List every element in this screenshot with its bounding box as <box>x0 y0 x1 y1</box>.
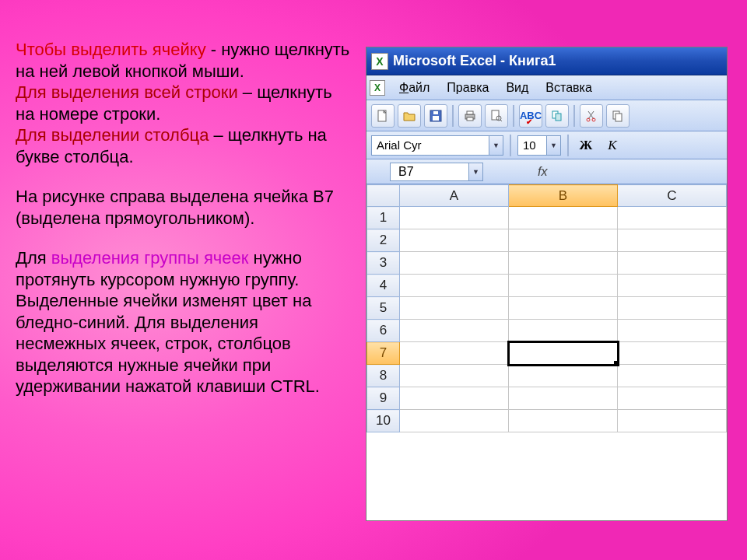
menu-insert[interactable]: Вставка <box>538 79 599 97</box>
svg-rect-2 <box>433 116 439 121</box>
cell[interactable] <box>618 410 727 432</box>
cell[interactable] <box>618 387 727 410</box>
size-select[interactable]: 10 ▼ <box>517 135 561 156</box>
cell[interactable] <box>400 365 509 387</box>
menu-label: Вид <box>506 81 528 94</box>
row-header[interactable]: 6 <box>367 320 400 342</box>
new-button[interactable] <box>371 104 395 128</box>
cell[interactable] <box>400 229 509 252</box>
row-header[interactable]: 3 <box>367 252 400 275</box>
font-size: 10 <box>523 138 536 152</box>
cell[interactable] <box>509 320 618 342</box>
text-segment: Для выделении столбца <box>16 125 209 145</box>
fx-icon[interactable]: fx <box>538 165 547 179</box>
cut-button[interactable] <box>580 104 603 128</box>
cell[interactable] <box>400 410 509 432</box>
cell[interactable] <box>509 410 618 432</box>
cell[interactable] <box>618 207 727 229</box>
cell[interactable] <box>400 252 509 275</box>
cell[interactable] <box>509 252 618 275</box>
svg-rect-3 <box>433 111 438 114</box>
dropdown-arrow-icon[interactable]: ▼ <box>546 136 560 155</box>
cell[interactable] <box>400 320 509 342</box>
cell[interactable] <box>509 229 618 252</box>
row-header[interactable]: 9 <box>367 387 400 410</box>
menu-label: Вставка <box>545 81 591 94</box>
row-header[interactable]: 8 <box>367 365 400 387</box>
cell[interactable] <box>509 207 618 229</box>
spellcheck-button[interactable]: ABC✔ <box>519 104 542 128</box>
cell[interactable] <box>618 275 727 297</box>
cell[interactable] <box>400 387 509 410</box>
menu-edit[interactable]: Правка <box>439 79 496 97</box>
row-header[interactable]: 7 <box>367 342 400 365</box>
window-title: Microsoft Excel - Книга1 <box>393 53 556 69</box>
menu-label: айл <box>409 81 430 94</box>
text-segment: выделения группы ячеек <box>51 248 249 268</box>
row-header[interactable]: 10 <box>367 410 400 432</box>
cell[interactable] <box>509 387 618 410</box>
print-button[interactable] <box>458 104 482 128</box>
text-segment: Чтобы выделить ячейку <box>16 40 206 59</box>
formula-bar: B7 ▼ fx <box>366 159 727 184</box>
fill-handle[interactable] <box>614 361 619 366</box>
cell[interactable] <box>400 297 509 320</box>
font-select[interactable]: Arial Cyr ▼ <box>371 135 503 156</box>
document-icon[interactable]: X <box>370 80 385 96</box>
open-button[interactable] <box>398 104 421 128</box>
spreadsheet-grid: A B C 1 2 3 4 5 6 7 8 9 10 <box>366 184 727 432</box>
cell[interactable] <box>618 252 727 275</box>
copy-button[interactable] <box>606 104 630 128</box>
menu-view[interactable]: Вид <box>498 79 536 97</box>
standard-toolbar: ABC✔ <box>366 100 727 131</box>
svg-rect-17 <box>615 114 622 121</box>
cell[interactable] <box>618 320 727 342</box>
text-segment: нужно протянуть курсором нужную группу. … <box>16 248 320 396</box>
cell[interactable] <box>618 365 727 387</box>
research-button[interactable] <box>545 104 569 128</box>
column-header-a[interactable]: A <box>400 185 509 207</box>
toolbar-separator <box>452 105 454 127</box>
font-name: Arial Cyr <box>377 138 422 152</box>
excel-app-icon: X <box>371 53 388 70</box>
toolbar-separator <box>510 135 511 156</box>
cell[interactable] <box>509 297 618 320</box>
name-box-value: B7 <box>398 165 414 179</box>
cell[interactable] <box>618 229 727 252</box>
select-all-corner[interactable] <box>367 185 400 207</box>
column-header-c[interactable]: C <box>618 185 727 207</box>
row-header[interactable]: 1 <box>367 207 400 229</box>
print-preview-button[interactable] <box>485 104 508 128</box>
cell[interactable] <box>509 275 618 297</box>
cell[interactable] <box>509 365 618 387</box>
text-segment: Для <box>16 248 51 268</box>
menu-file[interactable]: Файл <box>391 79 437 97</box>
toolbar-separator <box>513 105 514 127</box>
toolbar-separator <box>567 135 569 156</box>
svg-rect-7 <box>492 110 499 120</box>
column-header-b[interactable]: B <box>509 185 618 207</box>
cell[interactable] <box>400 207 509 229</box>
title-bar[interactable]: X Microsoft Excel - Книга1 <box>366 47 727 75</box>
cell[interactable] <box>618 342 727 365</box>
row-header[interactable]: 4 <box>367 275 400 297</box>
italic-button[interactable]: К <box>601 135 623 156</box>
svg-rect-6 <box>467 117 473 121</box>
name-box[interactable]: B7 ▼ <box>390 163 483 181</box>
svg-rect-5 <box>467 111 473 114</box>
cell[interactable] <box>618 297 727 320</box>
cell[interactable] <box>400 275 509 297</box>
instruction-text: Чтобы выделить ячейку - нужно щелкнуть н… <box>16 39 350 416</box>
row-header[interactable]: 2 <box>367 229 400 252</box>
excel-window: X Microsoft Excel - Книга1 X Файл Правка… <box>366 47 728 521</box>
dropdown-arrow-icon[interactable]: ▼ <box>489 136 503 155</box>
dropdown-arrow-icon[interactable]: ▼ <box>468 163 482 180</box>
row-header[interactable]: 5 <box>367 297 400 320</box>
format-toolbar: Arial Cyr ▼ 10 ▼ Ж К <box>366 131 727 159</box>
bold-button[interactable]: Ж <box>575 135 597 156</box>
cell-selected[interactable] <box>509 342 618 365</box>
svg-rect-11 <box>556 114 561 121</box>
text-segment: Для выделения всей строки <box>16 82 238 102</box>
save-button[interactable] <box>424 104 447 128</box>
cell[interactable] <box>400 342 509 365</box>
